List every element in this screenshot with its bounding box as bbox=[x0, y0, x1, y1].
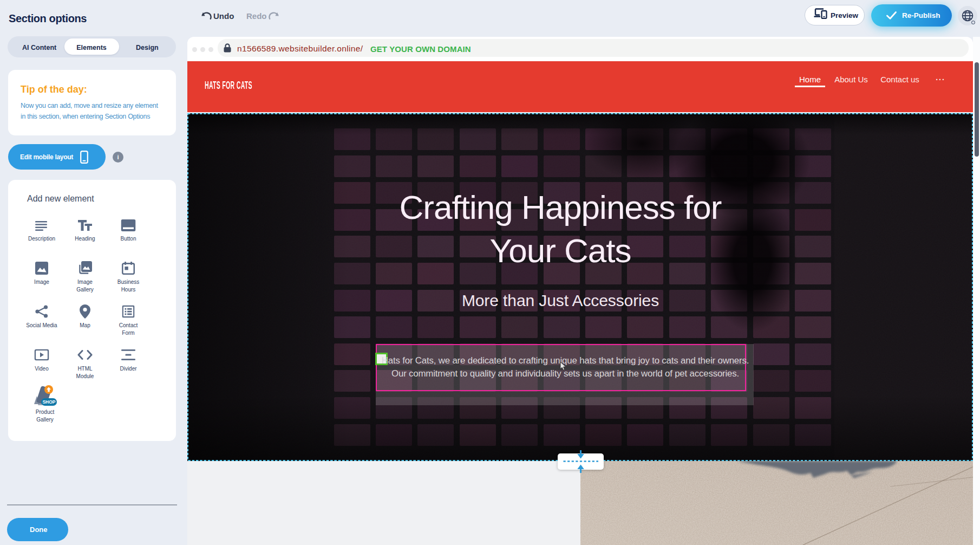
svg-text:SHOP: SHOP bbox=[42, 399, 55, 405]
